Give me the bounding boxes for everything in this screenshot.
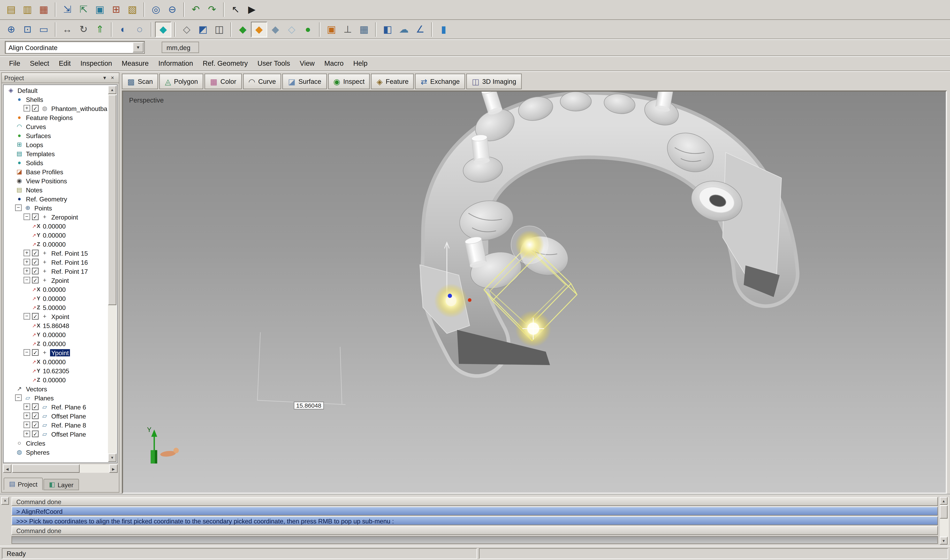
tree-expander[interactable]: + bbox=[23, 250, 30, 256]
tree-label[interactable]: Ref. Point 17 bbox=[50, 268, 89, 275]
axis-point-marker[interactable] bbox=[468, 298, 471, 302]
tree-label[interactable]: Zpoint bbox=[50, 277, 70, 284]
widget-sphere-top[interactable] bbox=[515, 230, 544, 259]
tree-expander[interactable]: − bbox=[23, 214, 30, 220]
tree-row-0-00000[interactable]: ↗X0.00000 bbox=[4, 357, 107, 366]
visibility-checkbox[interactable]: ✓ bbox=[32, 422, 38, 428]
tree-label[interactable]: Phantom_withoutbase bbox=[50, 105, 107, 112]
tree-expander[interactable]: − bbox=[15, 394, 22, 401]
scroll-right-icon[interactable]: ▶ bbox=[109, 464, 118, 473]
command-scroll-thumb[interactable] bbox=[940, 505, 948, 518]
tree-row-feature-regions[interactable]: ●Feature Regions bbox=[4, 113, 107, 122]
tree-label[interactable]: Feature Regions bbox=[25, 114, 74, 121]
tab-color[interactable]: ▦Color bbox=[205, 74, 242, 89]
tree-row-ypoint[interactable]: −✓+Ypoint bbox=[4, 348, 107, 357]
tree-row-zeropoint[interactable]: −✓+Zeropoint bbox=[4, 212, 107, 221]
tree-row-0-00000[interactable]: ↗Y0.00000 bbox=[4, 230, 107, 239]
tree-expander[interactable]: + bbox=[23, 412, 30, 419]
visibility-checkbox[interactable]: ✓ bbox=[32, 259, 38, 265]
capture-image-button[interactable]: ▣ bbox=[92, 2, 108, 17]
tree-row-vectors[interactable]: ↗Vectors bbox=[4, 384, 107, 393]
tree-label[interactable]: Vectors bbox=[25, 385, 48, 392]
view-cube-button[interactable]: ◩ bbox=[195, 22, 211, 37]
panel-tab-layer[interactable]: ◧Layer bbox=[43, 479, 79, 490]
scroll-left-icon[interactable]: ◀ bbox=[3, 464, 11, 473]
zoom-area-button[interactable]: ⊡ bbox=[19, 22, 35, 37]
render-smooth-button[interactable]: ◐ bbox=[115, 22, 131, 37]
tree-label[interactable]: 0.00000 bbox=[42, 295, 67, 302]
tree-expander[interactable]: − bbox=[15, 205, 22, 211]
display-sphere-button[interactable]: ● bbox=[300, 22, 316, 37]
tree-label[interactable]: Ref. Geometry bbox=[25, 195, 68, 202]
split-window-button[interactable]: ◫ bbox=[211, 22, 227, 37]
new-file-button[interactable]: ▤ bbox=[3, 2, 19, 17]
tree-label[interactable]: 15.86048 bbox=[42, 322, 70, 329]
menu-select[interactable]: Select bbox=[26, 57, 54, 69]
tree-label[interactable]: 10.62305 bbox=[42, 367, 70, 374]
visibility-checkbox[interactable]: ✓ bbox=[32, 412, 38, 419]
command-scrollbar[interactable]: ▲ ▼ bbox=[940, 497, 949, 545]
command-input-strip[interactable] bbox=[11, 536, 938, 544]
tree-label[interactable]: 0.00000 bbox=[42, 331, 67, 338]
menu-help[interactable]: Help bbox=[349, 57, 372, 69]
tree-row-xpoint[interactable]: −✓+Xpoint bbox=[4, 312, 107, 321]
tree-label[interactable]: Curves bbox=[25, 123, 47, 130]
view-rotate-button[interactable]: ↻ bbox=[75, 22, 92, 37]
dropdown-arrow-icon[interactable]: ▼ bbox=[133, 42, 143, 52]
menu-macro[interactable]: Macro bbox=[320, 57, 348, 69]
tree-label[interactable]: 0.00000 bbox=[42, 340, 67, 347]
tree-label[interactable]: Xpoint bbox=[50, 313, 70, 320]
scroll-down-icon[interactable]: ▼ bbox=[108, 454, 116, 462]
tree-row-ref-point-17[interactable]: +✓+Ref. Point 17 bbox=[4, 266, 107, 275]
tree-label[interactable]: 0.00000 bbox=[42, 286, 67, 293]
menu-inspection[interactable]: Inspection bbox=[76, 57, 116, 69]
tree-horizontal-scrollbar[interactable]: ◀ ▶ bbox=[3, 464, 118, 473]
tree-label[interactable]: Ref. Point 16 bbox=[50, 258, 89, 266]
tree-expander[interactable]: − bbox=[23, 349, 30, 356]
pick-coordinate-button[interactable]: ◆ bbox=[155, 22, 171, 37]
select-region-button[interactable]: ◇ bbox=[179, 22, 195, 37]
tree-label[interactable]: Spheres bbox=[25, 448, 51, 456]
tree-expander[interactable]: + bbox=[23, 431, 30, 437]
tree-row-circles[interactable]: ○Circles bbox=[4, 438, 107, 448]
tree-label[interactable]: Ypoint bbox=[50, 349, 70, 356]
measure-angle-button[interactable]: ∠ bbox=[412, 22, 428, 37]
tree-row-5-00000[interactable]: ↗Z5.00000 bbox=[4, 303, 107, 312]
tree-label[interactable]: Points bbox=[33, 204, 53, 211]
point-cloud-button[interactable]: ☁ bbox=[396, 22, 412, 37]
tree-label[interactable]: 0.00000 bbox=[42, 231, 67, 238]
tree-label[interactable]: 0.00000 bbox=[42, 358, 67, 365]
tree-row-0-00000[interactable]: ↗Y0.00000 bbox=[4, 294, 107, 303]
visibility-checkbox[interactable]: ✓ bbox=[32, 250, 38, 256]
bounding-box-button[interactable]: ▣ bbox=[323, 22, 340, 37]
visibility-checkbox[interactable]: ✓ bbox=[32, 349, 38, 356]
project-panel-header[interactable]: Project ▾ × bbox=[2, 73, 119, 83]
import-button[interactable]: ⇲ bbox=[59, 2, 75, 17]
tree-label[interactable]: Ref. Plane 8 bbox=[50, 421, 87, 429]
export-button[interactable]: ⇱ bbox=[75, 2, 92, 17]
render-wireframe-button[interactable]: ◌ bbox=[131, 22, 148, 37]
tree-label[interactable]: Templates bbox=[25, 150, 56, 157]
pick-pointer-button[interactable]: ▶ bbox=[244, 2, 260, 17]
panel-tab-project[interactable]: ▤Project bbox=[4, 478, 43, 490]
tree-label[interactable]: Default bbox=[16, 87, 39, 94]
menu-measure[interactable]: Measure bbox=[117, 57, 153, 69]
menu-ref-geometry[interactable]: Ref. Geometry bbox=[199, 57, 252, 69]
visibility-checkbox[interactable]: ✓ bbox=[32, 313, 38, 320]
dental-model[interactable] bbox=[420, 92, 781, 365]
tree-row-notes[interactable]: ▤Notes bbox=[4, 185, 107, 194]
tree-label[interactable]: 0.00000 bbox=[42, 376, 67, 383]
tree-row-templates[interactable]: ▤Templates bbox=[4, 149, 107, 158]
tree-row-ref-geometry[interactable]: ●Ref. Geometry bbox=[4, 194, 107, 203]
tree-label[interactable]: View Positions bbox=[25, 177, 68, 184]
menu-information[interactable]: Information bbox=[154, 57, 197, 69]
align-coordinate-dropdown[interactable]: Align Coordinate ▼ bbox=[5, 41, 145, 54]
tab-curve[interactable]: ◠Curve bbox=[243, 74, 281, 89]
view-pan-button[interactable]: ↔ bbox=[59, 22, 75, 37]
tree-label[interactable]: Surfaces bbox=[25, 132, 52, 139]
tree-expander[interactable]: + bbox=[23, 105, 30, 112]
tree-row-phantom-withoutbase[interactable]: +✓◍Phantom_withoutbase bbox=[4, 104, 107, 113]
save-file-button[interactable]: ▦ bbox=[35, 2, 52, 17]
tree-expander[interactable]: − bbox=[23, 277, 30, 283]
zoom-fit-button[interactable]: ▭ bbox=[35, 22, 52, 37]
